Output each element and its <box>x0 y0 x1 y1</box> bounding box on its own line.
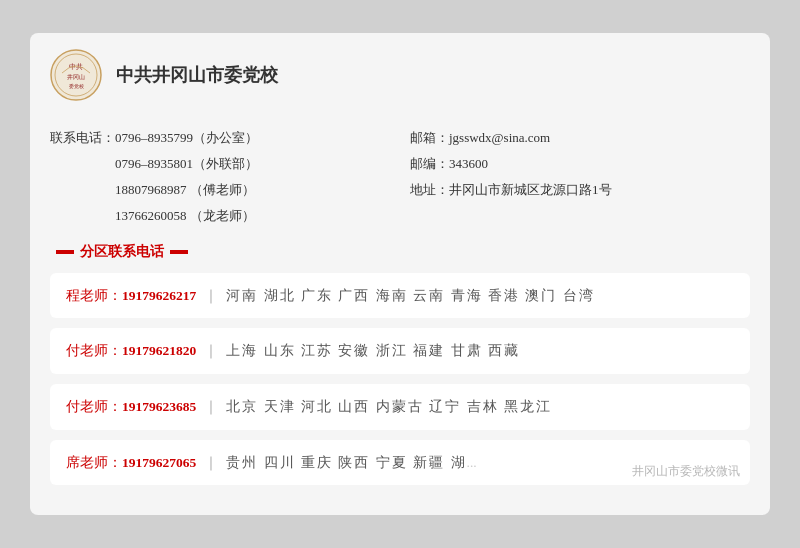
regions-4: 贵州 四川 重庆 陕西 宁夏 新疆 湖 <box>226 455 466 470</box>
phone-2: 0796–8935801（外联部） <box>115 151 258 177</box>
divider-4: ｜ <box>204 455 218 470</box>
phone-3: 18807968987 （傅老师） <box>115 177 255 203</box>
phone-row-2: 联系电话： 0796–8935801（外联部） <box>50 151 390 177</box>
info-right: 邮箱： jgsswdx@sina.com 邮编： 343600 地址： 井冈山市… <box>390 125 750 229</box>
divider-3: ｜ <box>204 399 218 414</box>
main-card: 中共 井冈山 委党校 中共井冈山市委党校 联系电话： 0796–8935799（… <box>30 33 770 515</box>
email-value: jgsswdx@sina.com <box>449 125 550 151</box>
email-label: 邮箱： <box>410 125 449 151</box>
regions-1: 河南 湖北 广东 广西 海南 云南 青海 香港 澳门 台湾 <box>226 288 594 303</box>
phone-1: 0796–8935799（办公室） <box>115 125 258 151</box>
phone-row-3: 联系电话： 18807968987 （傅老师） <box>50 177 390 203</box>
watermark: 井冈山市委党校微讯 <box>632 462 740 481</box>
contact-box-1: 程老师：19179626217｜河南 湖北 广东 广西 海南 云南 青海 香港 … <box>50 273 750 319</box>
phone-c3: 19179623685 <box>122 399 196 414</box>
postcode-label: 邮编： <box>410 151 449 177</box>
info-grid: 联系电话： 0796–8935799（办公室） 联系电话： 0796–89358… <box>50 125 750 229</box>
divider-1: ｜ <box>204 288 218 303</box>
teacher-4: 席老师： <box>66 455 122 470</box>
section-title: 分区联系电话 <box>50 243 750 261</box>
divider-2: ｜ <box>204 343 218 358</box>
regions-3: 北京 天津 河北 山西 内蒙古 辽宁 吉林 黑龙江 <box>226 399 552 414</box>
phone-row-4: 联系电话： 13766260058 （龙老师） <box>50 203 390 229</box>
svg-text:委党校: 委党校 <box>69 83 84 89</box>
regions-2: 上海 山东 江苏 安徽 浙江 福建 甘肃 西藏 <box>226 343 520 358</box>
phone-c1: 19179626217 <box>122 288 196 303</box>
contact-box-3: 付老师：19179623685｜北京 天津 河北 山西 内蒙古 辽宁 吉林 黑龙… <box>50 384 750 430</box>
org-title: 中共井冈山市委党校 <box>116 63 278 87</box>
svg-text:井冈山: 井冈山 <box>67 74 85 80</box>
email-row: 邮箱： jgsswdx@sina.com <box>410 125 750 151</box>
info-left: 联系电话： 0796–8935799（办公室） 联系电话： 0796–89358… <box>50 125 390 229</box>
teacher-3: 付老师： <box>66 399 122 414</box>
phone-4: 13766260058 （龙老师） <box>115 203 255 229</box>
contact-box-2: 付老师：19179621820｜上海 山东 江苏 安徽 浙江 福建 甘肃 西藏 <box>50 328 750 374</box>
logo-icon: 中共 井冈山 委党校 <box>50 49 102 101</box>
postcode-value: 343600 <box>449 151 488 177</box>
teacher-1: 程老师： <box>66 288 122 303</box>
header: 中共 井冈山 委党校 中共井冈山市委党校 <box>50 49 750 111</box>
phone-row-1: 联系电话： 0796–8935799（办公室） <box>50 125 390 151</box>
phones-label: 联系电话： <box>50 125 115 151</box>
phone-c4: 19179627065 <box>122 455 196 470</box>
phone-c2: 19179621820 <box>122 343 196 358</box>
title-bar-left <box>56 250 74 254</box>
regions-4-faded: ... <box>467 455 477 470</box>
teacher-2: 付老师： <box>66 343 122 358</box>
section-title-text: 分区联系电话 <box>80 243 164 261</box>
title-bar-right <box>170 250 188 254</box>
address-label: 地址： <box>410 177 449 203</box>
postcode-row: 邮编： 343600 <box>410 151 750 177</box>
contact-box-4: 席老师：19179627065｜贵州 四川 重庆 陕西 宁夏 新疆 湖... 井… <box>50 440 750 486</box>
address-value: 井冈山市新城区龙源口路1号 <box>449 177 612 203</box>
address-row: 地址： 井冈山市新城区龙源口路1号 <box>410 177 750 203</box>
